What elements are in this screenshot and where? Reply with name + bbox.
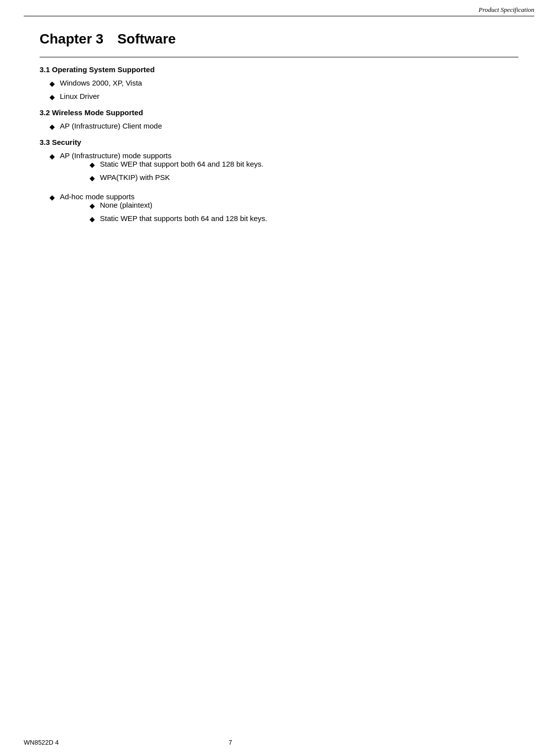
section-3-3-heading-text: 3.3 Security — [40, 138, 81, 146]
list-item: ◆ Windows 2000, XP, Vista — [49, 79, 518, 89]
bullet-icon: ◆ — [49, 192, 55, 203]
bullet-icon: ◆ — [90, 214, 95, 224]
page-number: 7 — [229, 739, 232, 746]
bullet-icon: ◆ — [49, 122, 55, 132]
section-3-1-heading-text: 3.1 Operating System Supported — [40, 65, 155, 74]
page-header: Product Specification — [0, 0, 558, 14]
list-item: ◆ AP (Infrastructure) Client mode — [49, 122, 518, 132]
list-item-text: AP (Infrastructure) Client mode — [60, 122, 162, 130]
chapter-title-text: Software — [117, 31, 176, 46]
list-item: ◆ Ad-hoc mode supports ◆ None (plaintext… — [49, 192, 518, 230]
section-3-2-heading-text: 3.2 Wireless Mode Supported — [40, 108, 143, 117]
list-item-text: WPA(TKIP) with PSK — [100, 173, 170, 181]
list-item: ◆ None (plaintext) — [90, 201, 267, 211]
list-item-text: Static WEP that support both 64 and 128 … — [100, 160, 264, 168]
bullet-icon: ◆ — [90, 173, 95, 183]
list-item: ◆ Linux Driver — [49, 92, 518, 102]
header-title: Product Specification — [478, 6, 534, 13]
list-item: ◆ AP (Infrastructure) mode supports ◆ St… — [49, 151, 518, 189]
page-footer: WN8522D 4 7 — [24, 739, 232, 746]
chapter-title: Chapter 3Software — [40, 31, 518, 47]
sub-list: ◆ None (plaintext) ◆ Static WEP that sup… — [60, 201, 267, 224]
sub-list: ◆ Static WEP that support both 64 and 12… — [60, 160, 264, 183]
bullet-icon: ◆ — [90, 160, 95, 170]
section-3-3-heading: 3.3 Security — [40, 138, 518, 146]
main-content: Chapter 3Software 3.1 Operating System S… — [0, 16, 558, 266]
page-container: Product Specification Chapter 3Software … — [0, 0, 558, 756]
chapter-number: Chapter 3 — [40, 31, 103, 46]
footer-text: WN8522D 4 — [24, 739, 59, 746]
section-3-1: 3.1 Operating System Supported ◆ Windows… — [40, 65, 518, 102]
section-3-3-list: ◆ AP (Infrastructure) mode supports ◆ St… — [40, 151, 518, 230]
bullet-icon: ◆ — [90, 201, 95, 211]
section-3-2-heading: 3.2 Wireless Mode Supported — [40, 108, 518, 117]
list-item-text: AP (Infrastructure) mode supports — [60, 151, 172, 160]
section-divider-top — [40, 57, 518, 57]
section-3-1-list: ◆ Windows 2000, XP, Vista ◆ Linux Driver — [40, 79, 518, 102]
list-item-text: Windows 2000, XP, Vista — [60, 79, 142, 87]
section-3-1-heading: 3.1 Operating System Supported — [40, 65, 518, 74]
section-3-3: 3.3 Security ◆ AP (Infrastructure) mode … — [40, 138, 518, 230]
list-item-text: Static WEP that supports both 64 and 128… — [100, 214, 267, 222]
list-item-text: None (plaintext) — [100, 201, 152, 209]
list-item: ◆ Static WEP that support both 64 and 12… — [90, 160, 264, 170]
bullet-icon: ◆ — [49, 151, 55, 162]
section-3-2: 3.2 Wireless Mode Supported ◆ AP (Infras… — [40, 108, 518, 132]
list-item: ◆ WPA(TKIP) with PSK — [90, 173, 264, 183]
list-item-text: Ad-hoc mode supports — [60, 192, 135, 201]
bullet-icon: ◆ — [49, 79, 55, 89]
list-item: ◆ Static WEP that supports both 64 and 1… — [90, 214, 267, 224]
bullet-icon: ◆ — [49, 92, 55, 102]
section-3-2-list: ◆ AP (Infrastructure) Client mode — [40, 122, 518, 132]
list-item-text: Linux Driver — [60, 92, 99, 100]
